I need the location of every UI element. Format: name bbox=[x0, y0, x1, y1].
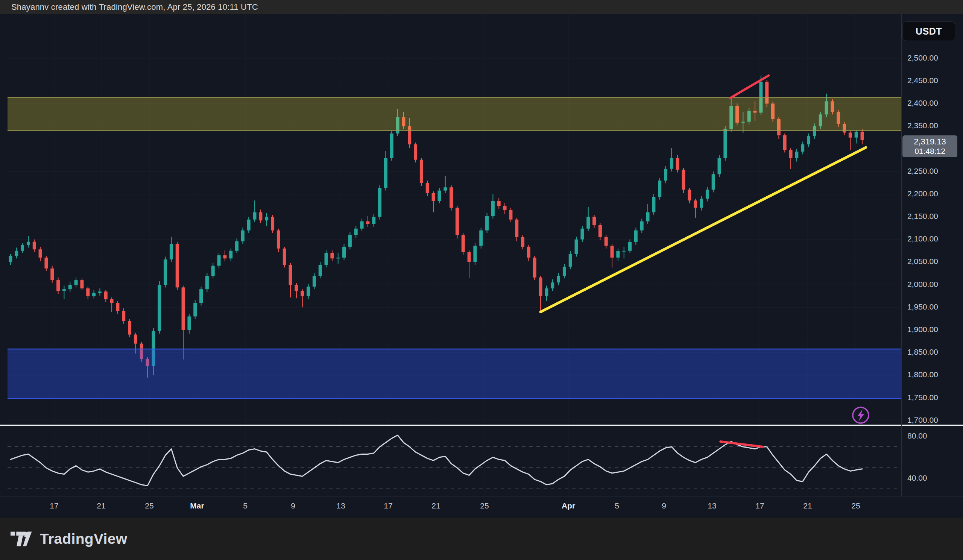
candle-body bbox=[723, 129, 727, 158]
time-axis-label[interactable]: 21 bbox=[803, 501, 812, 510]
time-axis-label[interactable]: 17 bbox=[755, 501, 764, 510]
time-axis-label[interactable]: 17 bbox=[384, 501, 392, 510]
candle-body bbox=[116, 303, 119, 311]
candle-body bbox=[134, 335, 137, 344]
time-axis-label[interactable]: 5 bbox=[614, 501, 619, 510]
candle-body bbox=[854, 132, 858, 138]
price-axis-label[interactable]: 2,450.00 bbox=[907, 76, 938, 85]
price-axis-label[interactable]: 2,100.00 bbox=[907, 234, 938, 243]
candle-body bbox=[611, 246, 614, 257]
candle-body bbox=[509, 210, 512, 219]
candle-body bbox=[479, 231, 483, 246]
price-axis-label[interactable]: 1,950.00 bbox=[907, 303, 938, 311]
pane-divider[interactable] bbox=[0, 425, 963, 426]
time-axis-label[interactable]: 13 bbox=[336, 501, 345, 510]
candle-body bbox=[187, 316, 191, 330]
time-axis-label[interactable]: 21 bbox=[97, 501, 105, 510]
price-axis-label[interactable]: 2,050.00 bbox=[907, 257, 938, 265]
resistance-zone[interactable] bbox=[8, 98, 901, 131]
tradingview-logo[interactable]: TradingView bbox=[11, 529, 127, 549]
candle-body bbox=[426, 183, 429, 193]
tradingview-logo-text: TradingView bbox=[40, 531, 127, 547]
candle-body bbox=[449, 187, 453, 207]
candle-body bbox=[157, 285, 161, 331]
candle-body bbox=[342, 247, 346, 257]
price-axis-label[interactable]: 1,800.00 bbox=[907, 370, 938, 379]
candle-body bbox=[336, 257, 340, 258]
candle-body bbox=[795, 152, 798, 158]
candle-body bbox=[199, 289, 203, 303]
candle-body bbox=[462, 235, 465, 252]
price-axis-label[interactable]: 1,900.00 bbox=[907, 325, 938, 333]
candle-body bbox=[557, 276, 560, 282]
price-axis-label[interactable]: 1,750.00 bbox=[907, 393, 938, 402]
candle-body bbox=[325, 253, 328, 265]
candle-body bbox=[247, 220, 251, 231]
candle-body bbox=[468, 252, 471, 262]
time-axis-label[interactable]: Mar bbox=[190, 501, 204, 510]
rsi-axis-label[interactable]: 80.00 bbox=[907, 431, 927, 440]
price-axis-label[interactable]: 2,250.00 bbox=[907, 167, 938, 175]
candle-body bbox=[62, 289, 66, 291]
candle-body bbox=[223, 256, 227, 258]
candle-body bbox=[176, 244, 179, 288]
candle-body bbox=[92, 293, 96, 296]
candle-body bbox=[205, 276, 209, 289]
price-axis-label[interactable]: 2,000.00 bbox=[907, 280, 938, 288]
candle-body bbox=[592, 217, 596, 225]
time-axis-label[interactable]: 13 bbox=[708, 501, 716, 510]
time-axis-label[interactable]: 25 bbox=[851, 501, 860, 510]
candle-body bbox=[598, 225, 602, 237]
time-axis-label[interactable]: Apr bbox=[562, 501, 575, 510]
candle-body bbox=[783, 135, 786, 150]
support-zone[interactable] bbox=[8, 349, 901, 398]
candle-body bbox=[491, 201, 494, 216]
candle-body bbox=[295, 285, 298, 291]
candle-body bbox=[57, 280, 60, 291]
price-axis-label[interactable]: 2,150.00 bbox=[907, 212, 938, 220]
candle-body bbox=[104, 291, 108, 299]
price-axis-label[interactable]: 2,200.00 bbox=[907, 189, 938, 198]
candle-body bbox=[414, 144, 417, 160]
candle-body bbox=[110, 299, 113, 303]
candle-body bbox=[861, 132, 864, 140]
price-axis-label[interactable]: 1,700.00 bbox=[907, 416, 938, 424]
chart-canvas[interactable]: 2,500.002,450.002,400.002,350.002,250.00… bbox=[0, 0, 963, 560]
candle-body bbox=[235, 241, 238, 251]
time-axis-label[interactable]: 9 bbox=[291, 501, 295, 510]
time-axis-label[interactable]: 21 bbox=[431, 501, 440, 510]
time-axis-label[interactable]: 17 bbox=[50, 501, 58, 510]
candle-body bbox=[438, 191, 441, 201]
price-axis-label[interactable]: 2,400.00 bbox=[907, 99, 938, 107]
time-axis-label[interactable]: 25 bbox=[480, 501, 489, 510]
candle-body bbox=[229, 251, 232, 258]
candle-body bbox=[712, 174, 715, 189]
candle-body bbox=[39, 249, 42, 257]
candle-body bbox=[580, 229, 584, 240]
candle-body bbox=[27, 242, 30, 245]
time-axis-label[interactable]: 5 bbox=[243, 501, 248, 510]
candle-body bbox=[50, 269, 54, 280]
candle-body bbox=[349, 235, 352, 247]
candle-body bbox=[652, 197, 655, 212]
candle-body bbox=[330, 253, 334, 258]
candle-body bbox=[354, 229, 358, 235]
candle-body bbox=[575, 240, 578, 254]
candle-body bbox=[521, 237, 524, 247]
time-axis-label[interactable]: 25 bbox=[145, 501, 154, 510]
time-axis-label[interactable]: 9 bbox=[662, 501, 666, 510]
quote-currency-chip[interactable]: USDT bbox=[903, 21, 955, 41]
candle-body bbox=[456, 207, 459, 235]
last-price-value: 2,319.13 bbox=[914, 137, 946, 147]
bar-countdown: 01:48:12 bbox=[914, 147, 945, 156]
candle-body bbox=[694, 201, 697, 207]
price-axis-label[interactable]: 1,850.00 bbox=[907, 348, 938, 356]
candle-body bbox=[211, 266, 215, 276]
candle-body bbox=[634, 231, 638, 242]
candle-body bbox=[687, 189, 691, 201]
candle-body bbox=[283, 249, 286, 265]
price-axis-label[interactable]: 2,500.00 bbox=[907, 53, 938, 62]
price-axis-label[interactable]: 2,350.00 bbox=[907, 121, 938, 130]
rsi-axis-label[interactable]: 40.00 bbox=[907, 474, 927, 482]
candle-body bbox=[253, 212, 256, 219]
